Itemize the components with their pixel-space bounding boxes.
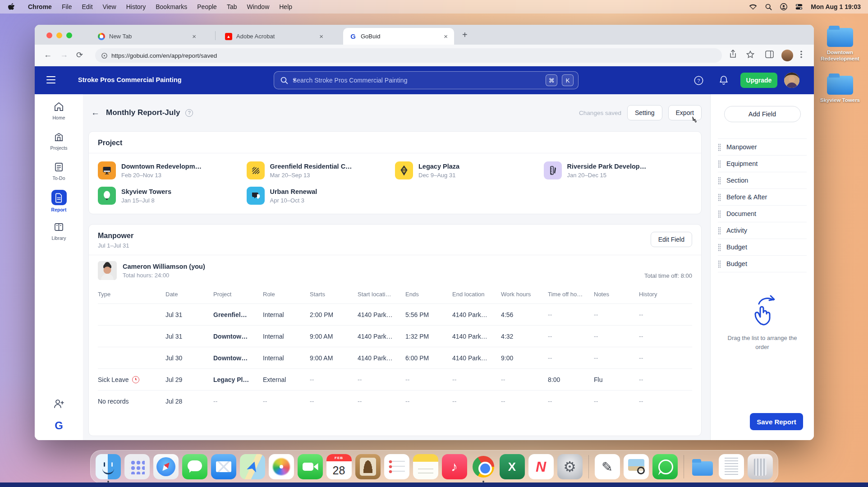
apple-logo-icon[interactable] (8, 3, 15, 11)
gobuid-logo[interactable]: G (55, 419, 63, 432)
drag-handle-icon[interactable] (718, 227, 721, 234)
menu-item-bookmarks[interactable]: Bookmarks (151, 3, 192, 10)
dock-finder-icon[interactable] (96, 454, 121, 479)
desktop-folder-skyview[interactable]: Skyview Towers (815, 76, 865, 103)
menu-item-people[interactable]: People (192, 3, 222, 10)
tab-adobe-acrobat[interactable]: ▲Adobe Acrobat× (219, 28, 330, 45)
add-field-button[interactable]: Add Field (724, 106, 801, 122)
window-minimize-button[interactable] (56, 32, 62, 38)
window-zoom-button[interactable] (66, 32, 72, 38)
help-icon[interactable]: ? (694, 76, 703, 85)
dock-pencil-icon[interactable] (595, 454, 620, 479)
dock-settings-icon[interactable] (557, 454, 583, 479)
field-item-activity[interactable]: Activity (718, 222, 807, 239)
sidebar-item-library[interactable]: Library (35, 220, 83, 241)
tab-close-icon[interactable]: × (442, 32, 450, 40)
field-item-document[interactable]: Document (718, 206, 807, 222)
table-row[interactable]: Jul 31Greenfiel…Internal2:00 PM4140 Park… (98, 303, 692, 325)
dock-notes-icon[interactable] (413, 454, 438, 479)
dock-preview-icon[interactable] (624, 454, 649, 479)
new-tab-button[interactable]: + (462, 30, 468, 40)
field-item-before-after[interactable]: Before & After (718, 189, 807, 206)
dock-news-icon[interactable] (528, 454, 554, 479)
menu-item-edit[interactable]: Edit (77, 3, 97, 10)
browser-menu-kebab-icon[interactable] (800, 51, 802, 58)
project-item-legacy-plaza[interactable]: Legacy PlazaDec 9–Aug 31 (395, 161, 544, 179)
user-menu-icon[interactable] (780, 3, 787, 10)
back-button[interactable]: ← (44, 50, 52, 60)
sidebar-item-projects[interactable]: Projects (35, 130, 83, 151)
dock-documents-icon[interactable] (719, 454, 744, 479)
project-item-greenfield-residential-c[interactable]: Greenfield Residential C…Mar 20–Sep 13 (247, 161, 395, 179)
drag-handle-icon[interactable] (718, 143, 721, 151)
table-row[interactable]: Sick LeaveJul 29Legacy Pl…External------… (98, 368, 692, 390)
site-info-icon[interactable] (101, 53, 107, 59)
project-item-skyview-towers[interactable]: Skyview TowersJan 15–Jul 8 (98, 187, 247, 205)
project-item-riverside-park-develop[interactable]: Riverside Park Develop…Jan 20–Dec 15 (544, 161, 693, 179)
drag-handle-icon[interactable] (718, 160, 721, 168)
upgrade-button[interactable]: Upgrade (740, 73, 777, 88)
field-item-section[interactable]: Section (718, 172, 807, 189)
dock-maps-icon[interactable] (240, 454, 265, 479)
drag-handle-icon[interactable] (718, 260, 721, 268)
table-row[interactable]: No recordsJul 28-------------------- (98, 390, 692, 412)
field-item-equipment[interactable]: Equipment (718, 156, 807, 172)
menu-item-help[interactable]: Help (274, 3, 297, 10)
sidebar-item-report[interactable]: Report (35, 190, 83, 212)
save-report-button[interactable]: Save Report (750, 413, 803, 430)
dock-whatsapp-icon[interactable] (652, 454, 678, 479)
menu-item-history[interactable]: History (121, 3, 151, 10)
dock-reminders-icon[interactable] (384, 454, 409, 479)
menu-item-file[interactable]: File (57, 3, 77, 10)
export-button[interactable]: Export (668, 105, 702, 120)
drag-handle-icon[interactable] (718, 193, 721, 201)
user-avatar[interactable] (784, 73, 799, 88)
search-input[interactable] (293, 77, 541, 84)
back-arrow-icon[interactable]: ← (91, 108, 100, 118)
share-icon[interactable] (729, 50, 737, 59)
window-close-button[interactable] (46, 32, 52, 38)
sidebar-item-to-do[interactable]: To-Do (35, 160, 83, 181)
dock-calendar-icon[interactable]: FEB28 (326, 454, 352, 479)
drag-handle-icon[interactable] (718, 244, 721, 251)
report-help-icon[interactable]: ? (185, 109, 193, 117)
spotlight-search-icon[interactable] (765, 4, 772, 10)
hamburger-menu-icon[interactable] (46, 76, 55, 83)
address-bar[interactable]: https://gobuid.com/en/app/report/saved (95, 48, 722, 63)
dock-facetime-icon[interactable] (298, 454, 323, 479)
side-panel-icon[interactable] (765, 51, 774, 58)
field-item-manpower[interactable]: Manpower (718, 139, 807, 156)
app-search[interactable]: ⌘ K (274, 71, 579, 89)
table-row[interactable]: Jul 31Downtow…Internal9:00 AM4140 Park…1… (98, 325, 692, 347)
dock-contacts-icon[interactable] (355, 454, 381, 479)
notifications-bell-icon[interactable] (719, 75, 728, 85)
project-item-downtown-redevelopm[interactable]: Downtown Redevelopm…Feb 20–Nov 13 (98, 161, 247, 179)
desktop-folder-downtown[interactable]: Downtown Redevelopment (815, 28, 865, 62)
browser-profile-avatar[interactable] (781, 50, 793, 61)
dock-photos-icon[interactable] (269, 454, 294, 479)
sidebar-item-home[interactable]: Home (35, 100, 83, 120)
menu-item-tab[interactable]: Tab (222, 3, 242, 10)
bookmark-star-icon[interactable] (746, 51, 754, 59)
dock-mail-icon[interactable] (211, 454, 236, 479)
drag-handle-icon[interactable] (718, 210, 721, 218)
dock-messages-icon[interactable] (182, 454, 207, 479)
control-center-icon[interactable] (795, 4, 803, 10)
tab-gobuid[interactable]: GGoBuid× (343, 28, 454, 45)
drag-handle-icon[interactable] (718, 177, 721, 184)
dock-safari-icon[interactable] (153, 454, 179, 479)
tab-new-tab[interactable]: New Tab× (92, 28, 202, 45)
edit-field-button[interactable]: Edit Field (651, 232, 692, 247)
org-selector[interactable]: Stroke Pros Commercial Painting (78, 76, 182, 83)
reload-button[interactable]: ⟳ (76, 50, 83, 60)
dock-trash-icon[interactable] (748, 454, 773, 479)
wifi-icon[interactable] (749, 4, 757, 10)
menu-item-window[interactable]: Window (242, 3, 274, 10)
forward-button[interactable]: → (60, 50, 68, 60)
dock-folder-icon[interactable] (690, 454, 715, 479)
dock-excel-icon[interactable] (500, 454, 525, 479)
tab-close-icon[interactable]: × (317, 32, 325, 40)
invite-user-icon[interactable] (54, 399, 64, 409)
field-item-budget-6[interactable]: Budget (718, 239, 807, 256)
table-row[interactable]: Jul 30Downtow…Internal9:00 AM4140 Park…6… (98, 347, 692, 368)
